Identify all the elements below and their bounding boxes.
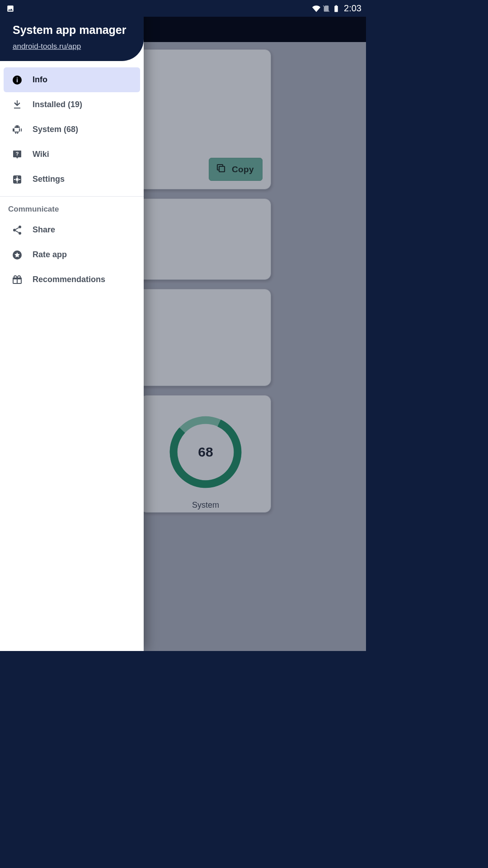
drawer-section-communicate: Communicate bbox=[0, 197, 144, 217]
share-icon bbox=[12, 225, 23, 236]
android-status-bar: 2:03 bbox=[0, 0, 366, 17]
nav-item-installed[interactable]: Installed (19) bbox=[4, 92, 140, 117]
no-sim-icon bbox=[322, 5, 330, 13]
settings-icon bbox=[12, 174, 23, 185]
nav-label: Share bbox=[33, 225, 55, 235]
nav-label: System (68) bbox=[33, 125, 78, 134]
svg-point-16 bbox=[13, 229, 16, 231]
svg-rect-14 bbox=[19, 179, 20, 180]
android-icon bbox=[12, 124, 23, 135]
nav-label: Recommendations bbox=[33, 275, 105, 284]
svg-point-7 bbox=[18, 126, 19, 127]
status-time: 2:03 bbox=[344, 3, 361, 14]
nav-item-rate[interactable]: Rate app bbox=[4, 242, 140, 267]
wifi-icon bbox=[312, 5, 320, 13]
svg-rect-12 bbox=[17, 181, 18, 183]
picture-icon bbox=[6, 5, 14, 13]
status-left bbox=[6, 5, 14, 13]
nav-label: Rate app bbox=[33, 250, 67, 259]
svg-point-17 bbox=[19, 232, 21, 235]
drawer-link[interactable]: android-tools.ru/app bbox=[13, 42, 81, 51]
svg-point-15 bbox=[19, 226, 21, 228]
svg-rect-11 bbox=[17, 176, 18, 178]
svg-point-10 bbox=[16, 178, 19, 180]
nav-item-share[interactable]: Share bbox=[4, 217, 140, 242]
drawer-menu-communicate: Share Rate app Recommendations bbox=[0, 217, 144, 292]
battery-icon bbox=[332, 5, 340, 13]
info-icon bbox=[12, 75, 23, 85]
svg-rect-5 bbox=[17, 77, 18, 78]
navigation-drawer: System app manager android-tools.ru/app … bbox=[0, 0, 144, 651]
drawer-title: System app manager bbox=[13, 24, 131, 37]
nav-label: Settings bbox=[33, 175, 65, 184]
svg-text:?: ? bbox=[16, 151, 19, 156]
nav-item-recommendations[interactable]: Recommendations bbox=[4, 267, 140, 292]
drawer-menu: Info Installed (19) System (68) ? Wiki S… bbox=[0, 61, 144, 192]
help-icon: ? bbox=[12, 149, 23, 160]
svg-rect-13 bbox=[14, 179, 15, 180]
star-icon bbox=[12, 250, 23, 260]
nav-item-info[interactable]: Info bbox=[4, 67, 140, 92]
nav-item-wiki[interactable]: ? Wiki bbox=[4, 142, 140, 167]
download-icon bbox=[12, 99, 23, 110]
gift-icon bbox=[12, 274, 23, 285]
nav-label: Wiki bbox=[33, 150, 49, 159]
nav-item-system[interactable]: System (68) bbox=[4, 117, 140, 142]
nav-label: Info bbox=[33, 75, 47, 85]
svg-rect-4 bbox=[17, 79, 18, 82]
status-right: 2:03 bbox=[312, 3, 361, 14]
nav-item-settings[interactable]: Settings bbox=[4, 167, 140, 192]
svg-point-6 bbox=[15, 126, 16, 127]
nav-label: Installed (19) bbox=[33, 100, 82, 109]
